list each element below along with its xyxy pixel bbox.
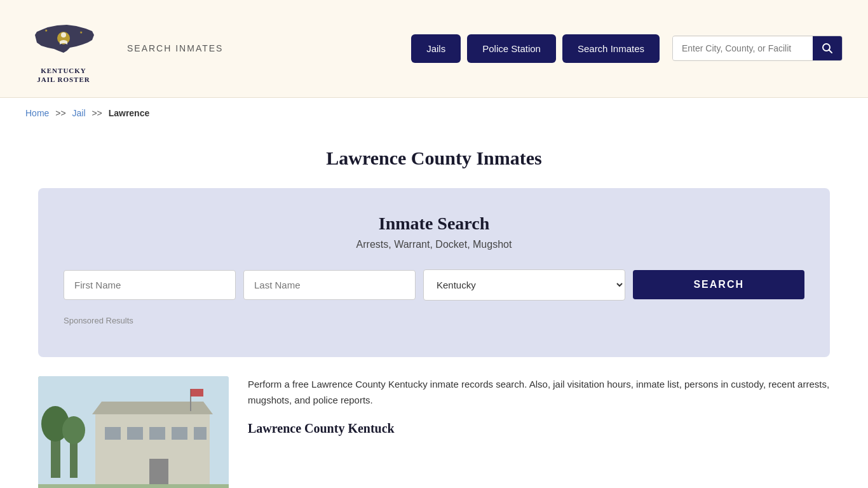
nav-search-inmates-button[interactable]: Search Inmates <box>562 34 660 63</box>
sponsored-results-label: Sponsored Results <box>64 316 804 325</box>
header-search-button[interactable] <box>813 36 842 60</box>
building-svg <box>38 376 229 488</box>
breadcrumb-home[interactable]: Home <box>25 108 49 118</box>
content-section: Perform a free Lawrence County Kentucky … <box>38 376 830 488</box>
svg-rect-16 <box>172 427 187 440</box>
svg-rect-21 <box>191 389 203 396</box>
header-search-inmates-label: SEARCH INMATES <box>127 43 223 53</box>
inmate-search-panel: Inmate Search Arrests, Warrant, Docket, … <box>38 188 830 357</box>
svg-point-1 <box>61 32 66 37</box>
site-header: ★ ★ KENTUCKY JAIL ROSTER SEARCH INMATES … <box>0 0 868 98</box>
svg-marker-12 <box>92 402 213 414</box>
first-name-input[interactable] <box>64 270 236 300</box>
search-fields-row: AlabamaAlaskaArizonaArkansasCaliforniaCo… <box>64 269 804 301</box>
state-select[interactable]: AlabamaAlaskaArizonaArkansasCaliforniaCo… <box>423 269 625 301</box>
search-panel-title: Inmate Search <box>64 214 804 234</box>
svg-rect-19 <box>38 484 229 488</box>
logo-svg: ★ ★ <box>29 13 98 64</box>
nav-jails-button[interactable]: Jails <box>411 34 461 63</box>
building-image <box>38 376 229 488</box>
svg-text:★: ★ <box>44 29 48 32</box>
inmate-search-button[interactable]: SEARCH <box>633 270 804 299</box>
page-title-wrap: Lawrence County Inmates <box>0 128 868 182</box>
svg-rect-17 <box>194 427 207 440</box>
breadcrumb-sep-2: >> <box>92 108 102 118</box>
header-search-bar <box>672 36 843 61</box>
logo-text: KENTUCKY JAIL ROSTER <box>37 66 90 85</box>
svg-rect-14 <box>127 427 143 440</box>
header-search-input[interactable] <box>673 37 813 60</box>
svg-text:★: ★ <box>79 30 83 34</box>
search-panel-subtitle: Arrests, Warrant, Docket, Mugshot <box>64 239 804 250</box>
svg-rect-18 <box>149 459 168 488</box>
page-title: Lawrence County Inmates <box>13 147 855 169</box>
main-nav: Jails Police Station Search Inmates <box>411 34 843 63</box>
svg-rect-13 <box>105 427 121 440</box>
nav-police-station-button[interactable]: Police Station <box>467 34 556 63</box>
content-subtitle: Lawrence County Kentuck <box>248 421 830 436</box>
breadcrumb-jail[interactable]: Jail <box>72 108 86 118</box>
search-icon <box>822 43 833 54</box>
breadcrumb: Home >> Jail >> Lawrence <box>0 98 868 128</box>
last-name-input[interactable] <box>243 270 416 300</box>
svg-point-10 <box>62 416 85 444</box>
svg-rect-15 <box>149 427 165 440</box>
content-description: Perform a free Lawrence County Kentucky … <box>248 376 830 409</box>
site-logo[interactable]: ★ ★ KENTUCKY JAIL ROSTER <box>25 13 102 85</box>
breadcrumb-current: Lawrence <box>109 108 150 118</box>
breadcrumb-sep-1: >> <box>55 108 65 118</box>
svg-line-5 <box>829 50 832 53</box>
content-text: Perform a free Lawrence County Kentucky … <box>248 376 830 488</box>
